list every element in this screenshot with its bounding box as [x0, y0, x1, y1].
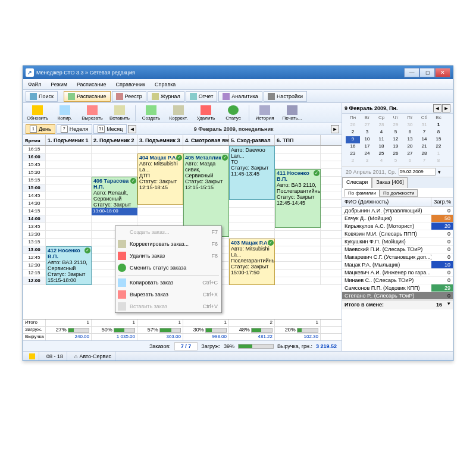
subtab-name[interactable]: По фамилии — [345, 189, 380, 197]
history-button[interactable]: История — [253, 105, 277, 121]
date-input[interactable] — [399, 168, 436, 176]
appointment-411[interactable]: ✓ 411 Носенко В.П. Авто: ВАЗ 2110, После… — [275, 169, 321, 228]
titlebar[interactable]: ↗ Менеджер СТО 3.3 » Сетевая редакция — … — [23, 66, 453, 79]
scroll-down-icon[interactable]: ▾ — [444, 300, 453, 309]
cal-day[interactable]: 21 — [417, 143, 431, 151]
menu-file[interactable]: Файл — [26, 80, 43, 89]
cal-day[interactable]: 11 — [374, 136, 389, 143]
tab-analytics[interactable]: Аналитика — [218, 91, 262, 102]
cal-day[interactable]: 8 — [431, 158, 446, 165]
status-button[interactable]: Статус — [221, 105, 245, 121]
cal-day[interactable]: 27 — [403, 151, 417, 158]
tab-journal[interactable]: Журнал — [148, 91, 184, 102]
cal-day[interactable]: 2 — [346, 129, 360, 136]
appointment-404[interactable]: ✓ 404 Мацак Р.А. Авто: Mitsubishi La... … — [137, 154, 183, 205]
ctx-edit[interactable]: Корректировать заказ...F6 — [115, 238, 221, 250]
cal-day[interactable]: 30 — [403, 122, 417, 129]
cal-day[interactable]: 6 — [403, 129, 417, 136]
col-lift2[interactable]: 2. Подъемник 2 — [92, 135, 137, 145]
next-day[interactable]: ► — [331, 125, 339, 133]
mechanic-row[interactable]: Мацкевич А.И. (Инженер по гара...0 — [342, 269, 453, 277]
selected-slot[interactable]: 13:00-18:00 — [92, 208, 137, 215]
cal-day[interactable]: 23 — [346, 151, 360, 158]
mechanic-row[interactable]: Самсонов П.П. (Ходовик КПП)29 — [342, 284, 453, 292]
cal-day[interactable]: 28 — [417, 151, 431, 158]
appointment-405[interactable]: ✓ 405 Металлик Авто: Мазда сивик, Сервис… — [183, 154, 229, 237]
cal-day[interactable]: 4 — [374, 129, 389, 136]
mechanic-row[interactable]: Добрынин А.И. (Управляющий)0 — [342, 207, 453, 215]
maximize-button[interactable]: ◻ — [419, 68, 435, 77]
cal-day[interactable]: 15 — [431, 136, 446, 143]
menu-help[interactable]: Справка — [152, 80, 178, 89]
cal-day[interactable]: 8 — [431, 129, 446, 136]
copy-button[interactable]: Копир. — [53, 105, 77, 121]
cal-day[interactable]: 29 — [389, 122, 403, 129]
cal-day[interactable]: 28 — [374, 122, 389, 129]
mechanic-row[interactable]: Минаев С.. (Слесарь ТОиР)0 — [342, 277, 453, 284]
cal-day[interactable]: 13 — [403, 136, 417, 143]
cal-day[interactable]: 6 — [403, 158, 417, 165]
tab-registry[interactable]: Реестр — [112, 91, 146, 102]
appointment-412[interactable]: ✓ 412 Носенко В.П. Авто: ВАЗ 2110, Серви… — [46, 246, 92, 285]
cal-day[interactable]: 19 — [389, 143, 403, 151]
cal-day[interactable]: 10 — [360, 136, 374, 143]
cal-next[interactable]: ► — [442, 104, 450, 112]
search-button[interactable]: Поиск — [26, 91, 58, 102]
cal-day[interactable]: 7 — [417, 158, 431, 165]
col-pit[interactable]: 4. Смотровая яма — [183, 135, 229, 145]
cal-prev[interactable]: ◄ — [433, 104, 441, 112]
cal-day[interactable]: 3 — [360, 129, 374, 136]
cal-day[interactable]: 22 — [431, 143, 446, 151]
tab-order[interactable]: Заказ [406] — [372, 177, 408, 188]
tab-schedule[interactable]: Расписание — [64, 91, 111, 102]
cal-day[interactable]: 1 — [431, 151, 446, 158]
cal-day[interactable]: 20 — [403, 143, 417, 151]
ctx-cut[interactable]: Вырезать заказCtrl+X — [115, 289, 221, 300]
cal-day[interactable]: 4 — [374, 158, 389, 165]
paste-button[interactable]: Вставить — [108, 105, 131, 121]
ctx-delete[interactable]: Удалить заказF8 — [115, 250, 221, 262]
date-picker-icon[interactable]: ▾ — [438, 169, 441, 175]
cal-day[interactable]: 17 — [360, 143, 374, 151]
mechanic-row[interactable]: Евчук Д.. (Мойщик)50 — [342, 215, 453, 223]
tab-settings[interactable]: Настройки — [264, 91, 307, 102]
cal-today-label[interactable]: 20 Апрель 2011, Ср. — [346, 169, 396, 175]
close-button[interactable]: ✕ — [435, 68, 450, 77]
cut-button[interactable]: Вырезать — [80, 105, 104, 121]
prev-day[interactable]: ◄ — [128, 125, 136, 133]
appointment-406[interactable]: ✓ 406 Тарасова Н.П. Авто: Renault, Серви… — [92, 177, 137, 210]
col-lift3[interactable]: 3. Подъемник 3 — [137, 135, 183, 145]
mechanic-row[interactable]: Степано Р.. (Слесарь ТОиР)0 — [342, 292, 453, 300]
cal-day[interactable]: 26 — [389, 151, 403, 158]
col-time[interactable]: Время — [23, 135, 46, 145]
ctx-paste[interactable]: Вставить заказCtrl+V — [115, 300, 221, 312]
menu-schedule[interactable]: Расписание — [74, 80, 109, 89]
mechanic-row[interactable]: Маевский П.И. (Слесарь ТОиР)0 — [342, 246, 453, 253]
cal-day[interactable]: 7 — [417, 129, 431, 136]
col-lift1[interactable]: 1. Подъемник 1 — [46, 135, 92, 145]
appointment-daewoo[interactable]: Авто: Daewoo Lan... ТО Статус: Закрыт 11… — [229, 146, 275, 200]
ctx-copy[interactable]: Копировать заказCtrl+C — [115, 277, 221, 289]
mechanic-row[interactable]: Ковязин М.И. (Слесарь ППП)0 — [342, 230, 453, 238]
ctx-status[interactable]: Сменить статус заказа — [115, 262, 221, 274]
menu-directory[interactable]: Справочник — [114, 80, 148, 89]
calendar[interactable]: ПнВтСрЧтПтСбВс26272829303112345678910111… — [342, 114, 453, 166]
mechanic-row[interactable]: Макаревич С.Г. (Установщик доп...)0 — [342, 253, 453, 261]
appointment-403[interactable]: ✓ 403 Мацак Р.А. Авто: Mitsubishi La... … — [229, 239, 275, 285]
time-row[interactable]: 16:15 — [23, 146, 342, 154]
cal-day[interactable]: 18 — [374, 143, 389, 151]
refresh-button[interactable]: Обновить — [26, 105, 49, 121]
print-button[interactable]: Печать... — [280, 105, 304, 121]
tab-mechanics[interactable]: Слесари — [342, 177, 372, 188]
mechanic-row[interactable]: Мацак Р.А. (Мыльщик)10 — [342, 261, 453, 269]
edit-button[interactable]: Коррект. — [167, 105, 190, 121]
cal-day[interactable]: 9 — [346, 136, 360, 143]
cal-day[interactable]: 5 — [389, 158, 403, 165]
cal-day[interactable]: 31 — [417, 122, 431, 129]
ctx-create[interactable]: Создать заказ...F7 — [115, 226, 221, 238]
cal-day[interactable]: 24 — [360, 151, 374, 158]
create-button[interactable]: Создать — [139, 105, 163, 121]
menu-mode[interactable]: Режим — [48, 80, 70, 89]
tab-report[interactable]: Отчет — [186, 91, 218, 102]
cal-day[interactable]: 27 — [360, 122, 374, 129]
